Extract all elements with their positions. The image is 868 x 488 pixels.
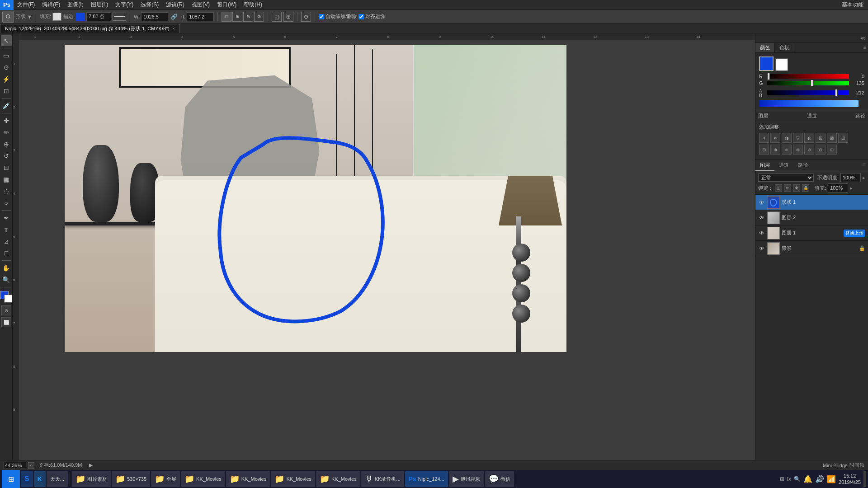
fill-color-swatch[interactable] xyxy=(52,13,61,21)
hand-tool[interactable]: ✋ xyxy=(1,263,12,273)
taskbar-kkrecorder[interactable]: 🎙 KK录音机... xyxy=(361,471,404,487)
layer-eye-shape1[interactable]: 👁 xyxy=(758,199,765,206)
quick-mask-btn[interactable]: ⊙ xyxy=(1,305,11,315)
path-op-intersect[interactable]: ⊗ xyxy=(254,12,264,22)
fill-arrow[interactable]: ▸ xyxy=(850,185,853,191)
blend-mode-select[interactable]: 正常 xyxy=(758,174,814,182)
crop-tool[interactable]: ⊡ xyxy=(1,85,12,96)
menu-filter[interactable]: 滤镜(R) xyxy=(162,0,188,9)
width-input[interactable] xyxy=(141,12,168,21)
taskbar-sogou[interactable]: S xyxy=(21,471,33,487)
text-tool[interactable]: T xyxy=(1,224,12,235)
r-bar[interactable] xyxy=(767,74,849,79)
stroke-style-btn[interactable] xyxy=(113,13,126,21)
foreground-color-box[interactable] xyxy=(759,56,774,71)
g-bar[interactable] xyxy=(767,81,849,85)
layer-panel-menu-btn[interactable]: ≡ xyxy=(859,160,868,171)
taskbar-search-btn[interactable]: 🔍 xyxy=(794,476,801,482)
path-tool[interactable]: ⊿ xyxy=(1,236,12,247)
path-op-new[interactable]: □ xyxy=(222,12,231,22)
taskbar-volume[interactable]: 🔊 xyxy=(815,475,824,483)
menu-text[interactable]: 文字(Y) xyxy=(112,0,137,9)
lock-transparent-btn[interactable]: ◫ xyxy=(775,184,782,192)
menu-image[interactable]: 图像(I) xyxy=(64,0,87,9)
screen-mode-btn[interactable]: ⬜ xyxy=(1,317,11,327)
adj-photo-filter[interactable]: ⊡ xyxy=(838,133,848,143)
menu-file[interactable]: 文件(F) xyxy=(14,0,38,9)
taskbar-notification[interactable]: 🔔 xyxy=(803,475,812,483)
lock-image-btn[interactable]: ✏ xyxy=(784,184,791,192)
gradient-tool[interactable]: ▦ xyxy=(1,174,12,185)
status-play-btn[interactable]: ▶ xyxy=(89,462,93,468)
path-align-btn[interactable]: ⊞ xyxy=(283,12,293,22)
menu-select[interactable]: 选择(S) xyxy=(137,0,162,9)
adj-threshold[interactable]: ⊘ xyxy=(804,145,814,155)
menu-help[interactable]: 帮助(H) xyxy=(240,0,266,9)
fill-input[interactable] xyxy=(828,183,848,192)
color-swatches[interactable] xyxy=(0,291,12,303)
taskbar-network[interactable]: 📶 xyxy=(827,475,836,483)
menu-edit[interactable]: 编辑(E) xyxy=(38,0,64,9)
b-bar[interactable] xyxy=(767,90,849,95)
auto-add-checkbox[interactable] xyxy=(319,14,324,19)
taskbar-imgmaterial[interactable]: 📁 图片素材 xyxy=(72,471,111,487)
brush-tool[interactable]: ✏ xyxy=(1,127,12,138)
opacity-input[interactable] xyxy=(840,173,861,182)
taskbar-wechat[interactable]: 💬 微信 xyxy=(485,471,514,487)
move-tool[interactable]: ↖ xyxy=(1,35,12,46)
layer-eye-background[interactable]: 👁 xyxy=(758,245,765,252)
taskbar-tiandan[interactable]: 天天... xyxy=(47,471,68,487)
layer-item-layer2[interactable]: 👁 图层 2 xyxy=(755,210,868,225)
layer-eye-layer2[interactable]: 👁 xyxy=(758,214,765,221)
layer-item-layer1[interactable]: 👁 图层 1 替换上传 xyxy=(755,225,868,241)
menu-view[interactable]: 视图(V) xyxy=(188,0,213,9)
taskbar-530[interactable]: 📁 530×735 xyxy=(112,471,150,487)
panel-icon-collapse[interactable]: ≪ xyxy=(859,34,866,42)
healing-tool[interactable]: ✚ xyxy=(1,115,12,126)
link-wh-icon[interactable]: 🔗 xyxy=(170,14,179,20)
zoom-circle-btn[interactable]: ○ xyxy=(28,462,34,469)
taskbar-fullscreen[interactable]: 📁 全屏 xyxy=(151,471,180,487)
menu-layer[interactable]: 图层(L) xyxy=(87,0,112,9)
path-arrange-btn[interactable]: ◱ xyxy=(272,12,282,22)
taskbar-qq[interactable]: K xyxy=(34,471,46,487)
layer-eye-layer1[interactable]: 👁 xyxy=(758,230,765,237)
adj-color-lookup[interactable]: ⊕ xyxy=(770,145,780,155)
adj-color-balance[interactable]: ⊞ xyxy=(816,133,826,143)
dodge-tool[interactable]: ○ xyxy=(1,197,12,208)
adj-panel-tab3[interactable]: 路径 xyxy=(855,113,865,119)
path-op-sub[interactable]: ⊖ xyxy=(243,12,253,22)
color-spectrum-gradient[interactable] xyxy=(759,100,859,107)
adj-exposure[interactable]: ◑ xyxy=(782,133,792,143)
shape-tool-btn[interactable]: ⬡ xyxy=(2,11,14,23)
layer-item-background[interactable]: 👁 背景 🔒 xyxy=(755,241,868,256)
mini-bridge-tab[interactable]: Mini Bridge xyxy=(823,463,848,468)
shape-circle-btn[interactable]: ⊙ xyxy=(301,12,311,22)
zoom-input[interactable] xyxy=(4,462,26,469)
taskbar-photoshop[interactable]: Ps Nipic_124... xyxy=(405,471,448,487)
taskbar-kkmovies3[interactable]: 📁 KK_Movies xyxy=(271,471,315,487)
adj-panel-tab2[interactable]: 通道 xyxy=(807,113,817,119)
taskbar-show-desktop[interactable]: ⊞ xyxy=(780,476,784,482)
background-color[interactable] xyxy=(4,295,12,303)
background-color-box[interactable] xyxy=(775,58,788,71)
snap-edge-checkbox[interactable] xyxy=(359,14,364,19)
tab-close-btn[interactable]: × xyxy=(172,26,175,31)
adj-posterize[interactable]: ⊗ xyxy=(793,145,803,155)
taskbar-show-desktop-btn[interactable] xyxy=(863,471,866,487)
layer-tab-channel[interactable]: 通道 xyxy=(774,160,793,171)
auto-add-label[interactable]: 自动添加/删除 xyxy=(319,13,357,20)
zoom-tool[interactable]: 🔍 xyxy=(1,274,12,285)
adj-channel-mixer[interactable]: ⊟ xyxy=(759,145,769,155)
start-button[interactable]: ⊞ xyxy=(2,470,20,488)
taskbar-kkmovies2[interactable]: 📁 KK_Movies xyxy=(226,471,270,487)
document-tab-active[interactable]: Nipic_12429166_20140929054843802000.jpg … xyxy=(0,24,180,33)
adj-invert[interactable]: ≡ xyxy=(782,145,792,155)
lock-all-btn[interactable]: 🔒 xyxy=(802,184,809,192)
eraser-tool[interactable]: ⊟ xyxy=(1,162,12,173)
adj-hsl[interactable]: ◐ xyxy=(804,133,814,143)
snap-edge-label[interactable]: 对齐边缘 xyxy=(359,13,385,20)
adj-gradient-map[interactable]: ⊙ xyxy=(816,145,826,155)
adj-bw[interactable]: ⊠ xyxy=(827,133,837,143)
height-input[interactable] xyxy=(187,12,214,21)
